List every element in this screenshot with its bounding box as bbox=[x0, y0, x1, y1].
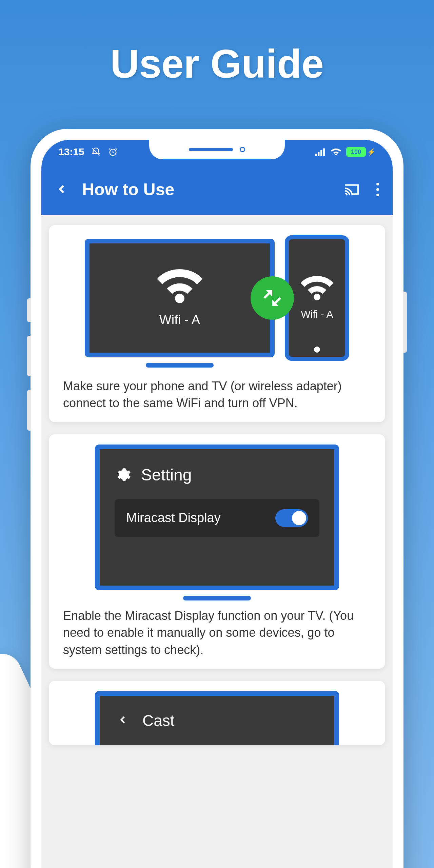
settings-instruction-card: Setting Miracast Display Enable the Mira… bbox=[49, 434, 385, 669]
more-options-icon[interactable] bbox=[376, 183, 379, 196]
settings-illustration: Setting Miracast Display bbox=[59, 445, 375, 590]
cast-title-label: Cast bbox=[142, 711, 175, 730]
phone-device-illustration: Wifi - A bbox=[285, 235, 349, 361]
content-area: Wifi - A Wifi - A bbox=[41, 215, 393, 755]
toggle-label: Miracast Display bbox=[126, 511, 221, 525]
cast-icon[interactable] bbox=[344, 183, 359, 196]
status-time: 13:15 bbox=[58, 146, 84, 158]
tv-device-illustration: Wifi - A bbox=[85, 239, 275, 357]
signal-icon bbox=[315, 146, 326, 157]
battery-indicator: 100 ⚡ bbox=[346, 147, 376, 157]
svg-rect-3 bbox=[318, 152, 319, 156]
phone-wifi-label: Wifi - A bbox=[301, 309, 333, 320]
miracast-toggle-row: Miracast Display bbox=[115, 499, 319, 537]
back-button[interactable] bbox=[55, 179, 68, 200]
cast-back-icon bbox=[117, 711, 129, 730]
wifi-instruction-card: Wifi - A Wifi - A bbox=[49, 225, 385, 422]
settings-title-label: Setting bbox=[141, 466, 192, 484]
mute-icon bbox=[91, 146, 101, 157]
settings-instruction-text: Enable the Miracast Display function on … bbox=[59, 607, 375, 658]
tv-cast-illustration: Cast bbox=[95, 691, 339, 745]
wifi-icon bbox=[156, 269, 203, 304]
phone-mockup-frame: 13:15 bbox=[31, 129, 403, 868]
phone-notch bbox=[149, 140, 285, 159]
tv-wifi-label: Wifi - A bbox=[159, 313, 200, 327]
phone-power-button bbox=[403, 292, 407, 353]
sync-icon bbox=[251, 276, 294, 320]
battery-level: 100 bbox=[346, 147, 366, 157]
wifi-icon bbox=[300, 276, 334, 302]
wifi-illustration: Wifi - A Wifi - A bbox=[59, 235, 375, 361]
phone-screen: 13:15 bbox=[41, 140, 393, 868]
svg-rect-4 bbox=[320, 150, 322, 156]
gear-icon bbox=[115, 467, 131, 483]
header-bar: How to Use bbox=[41, 164, 393, 215]
wifi-icon bbox=[331, 146, 341, 157]
alarm-icon bbox=[107, 146, 118, 157]
phone-volume-buttons bbox=[27, 298, 31, 444]
cast-instruction-card: Cast bbox=[49, 681, 385, 745]
cast-illustration: Cast bbox=[59, 691, 375, 745]
svg-rect-5 bbox=[323, 149, 325, 156]
tv-settings-illustration: Setting Miracast Display bbox=[95, 445, 339, 590]
page-title: User Guide bbox=[0, 0, 434, 87]
toggle-switch[interactable] bbox=[275, 509, 308, 527]
wifi-instruction-text: Make sure your phone and TV (or wireless… bbox=[59, 378, 375, 412]
header-title: How to Use bbox=[82, 180, 330, 199]
svg-rect-2 bbox=[315, 154, 317, 156]
